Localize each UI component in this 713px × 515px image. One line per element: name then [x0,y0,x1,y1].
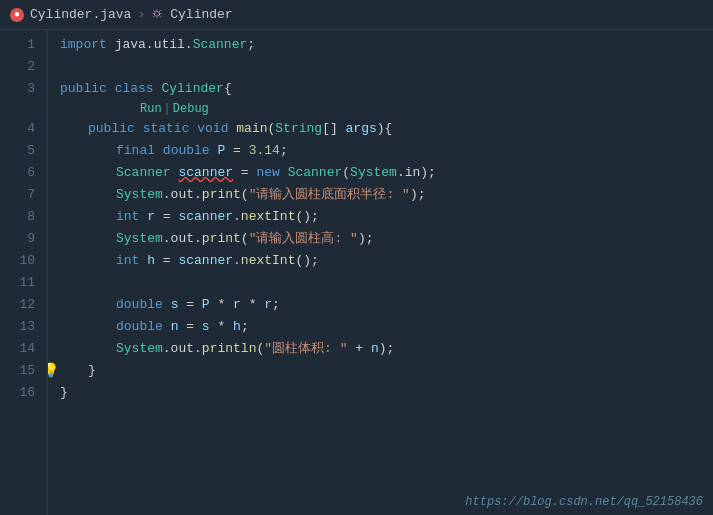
class-icon: ⛭ [151,7,164,22]
code-line-9: System.out.print("请输入圆柱高: "); [60,228,713,250]
code-line-16: } [60,382,713,404]
code-line-12: double s = P * r * r; [60,294,713,316]
code-line-1: import java.util.Scanner; [60,34,713,56]
code-line-15: 💡 } [60,360,713,382]
code-line-7: System.out.print("请输入圆柱底面积半径: "); [60,184,713,206]
line-num-10: 10 [0,250,47,272]
line-num-13: 13 [0,316,47,338]
code-line-10: int h = scanner.nextInt(); [60,250,713,272]
line-num-16: 16 [0,382,47,404]
breadcrumb-separator: › [137,7,145,22]
line-num-2: 2 [0,56,47,78]
line-num-5: 5 [0,140,47,162]
line-num-12: 12 [0,294,47,316]
code-line-6: Scanner scanner = new Scanner(System.in)… [60,162,713,184]
line-num-9: 9 [0,228,47,250]
code-line-13: double n = s * h; [60,316,713,338]
title-bar: ● Cylinder.java › ⛭ Cylinder [0,0,713,30]
run-button[interactable]: Run [140,102,162,116]
code-line-2 [60,56,713,78]
code-line-8: int r = scanner.nextInt(); [60,206,713,228]
code-line-4: public static void main(String[] args){ [60,118,713,140]
line-num-4: 4 [0,118,47,140]
line-num-1: 1 [0,34,47,56]
code-area[interactable]: import java.util.Scanner; public class C… [48,30,713,515]
line-num-14: 14 [0,338,47,360]
line-numbers: 1 2 3 · 4 5 6 7 8 9 10 11 12 13 14 15 16 [0,30,48,515]
footer-url: https://blog.csdn.net/qq_52158436 [465,495,703,509]
code-line-5: final double P = 3.14; [60,140,713,162]
class-breadcrumb: Cylinder [170,7,232,22]
editor-container: 1 2 3 · 4 5 6 7 8 9 10 11 12 13 14 15 16… [0,30,713,515]
line-num-15: 15 [0,360,47,382]
line-num-7: 7 [0,184,47,206]
line-num-11: 11 [0,272,47,294]
filename: Cylinder.java [30,7,131,22]
code-line-3: public class Cylinder{ [60,78,713,100]
code-line-11 [60,272,713,294]
code-line-14: System.out.println("圆柱体积: " + n); [60,338,713,360]
line-num-3: 3 [0,78,47,100]
line-num-8: 8 [0,206,47,228]
debug-button[interactable]: Debug [173,102,209,116]
run-debug-hint[interactable]: Run|Debug [60,100,713,118]
bulb-icon: 💡 [48,360,59,382]
line-num-6: 6 [0,162,47,184]
error-icon: ● [10,8,24,22]
